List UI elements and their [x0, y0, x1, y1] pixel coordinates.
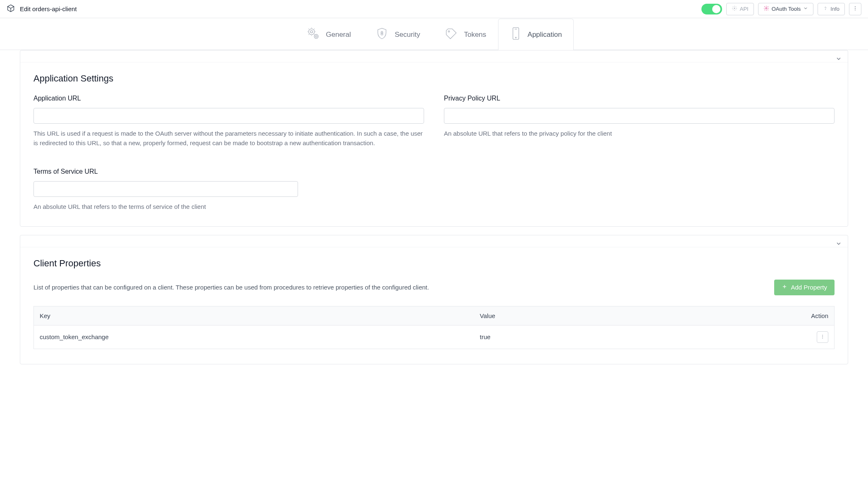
- top-header: Edit orders-api-client API OAuth Tools I…: [0, 0, 868, 18]
- api-icon: [732, 5, 737, 12]
- cell-value: true: [474, 325, 738, 349]
- plus-icon: [782, 284, 787, 291]
- panel-body: Client Properties List of properties tha…: [20, 247, 848, 364]
- tab-tokens[interactable]: Tokens: [432, 19, 498, 50]
- svg-point-2: [825, 10, 826, 10]
- input-privacy-url[interactable]: [444, 108, 835, 124]
- tab-application-label: Application: [527, 31, 562, 39]
- cell-action: [738, 325, 834, 349]
- svg-rect-11: [381, 33, 383, 35]
- svg-point-10: [381, 31, 383, 33]
- field-tos-url: Terms of Service URL An absolute URL tha…: [33, 168, 298, 211]
- svg-point-1: [765, 7, 767, 9]
- tabs-bar: General Security Tokens Ap: [0, 18, 868, 50]
- api-button[interactable]: API: [726, 3, 754, 15]
- svg-point-0: [734, 8, 735, 9]
- page-title: Edit orders-api-client: [20, 5, 77, 12]
- client-props-description: List of properties that can be configure…: [33, 284, 429, 291]
- table-header-row: Key Value Action: [34, 306, 835, 325]
- more-actions-button[interactable]: [849, 3, 861, 15]
- label-tos-url: Terms of Service URL: [33, 168, 298, 175]
- help-application-url: This URL is used if a request is made to…: [33, 129, 424, 148]
- svg-point-7: [308, 29, 314, 35]
- question-icon: [823, 6, 828, 12]
- field-privacy-url: Privacy Policy URL An absolute URL that …: [444, 95, 835, 160]
- input-application-url[interactable]: [33, 108, 424, 124]
- svg-point-5: [855, 10, 856, 10]
- svg-point-4: [855, 8, 856, 9]
- chevron-down-icon: [835, 57, 842, 63]
- tab-security-label: Security: [395, 31, 420, 39]
- svg-point-12: [448, 31, 450, 32]
- panel-collapse-toggle[interactable]: [834, 239, 844, 250]
- kebab-icon: [820, 333, 825, 340]
- help-privacy-url: An absolute URL that refers to the priva…: [444, 129, 835, 138]
- svg-point-18: [822, 335, 823, 336]
- enable-toggle[interactable]: [701, 4, 722, 14]
- tab-security[interactable]: Security: [363, 19, 432, 50]
- row-actions-button[interactable]: [817, 331, 828, 343]
- add-property-button[interactable]: Add Property: [774, 280, 835, 295]
- field-application-url: Application URL This URL is used if a re…: [33, 95, 424, 148]
- shield-icon: [375, 26, 389, 43]
- svg-point-20: [822, 338, 823, 339]
- tab-application[interactable]: Application: [498, 19, 574, 50]
- gears-icon: [306, 26, 320, 43]
- cell-key: custom_token_exchange: [34, 325, 474, 349]
- svg-point-9: [314, 34, 318, 38]
- input-tos-url[interactable]: [33, 181, 298, 197]
- client-properties-panel: Client Properties List of properties tha…: [20, 235, 848, 364]
- app-settings-grid: Application URL This URL is used if a re…: [33, 95, 835, 160]
- toggle-knob: [712, 5, 720, 13]
- panel-collapse-toggle[interactable]: [834, 54, 844, 65]
- tab-general-label: General: [326, 31, 351, 39]
- tab-general[interactable]: General: [294, 19, 363, 50]
- api-button-label: API: [740, 6, 749, 12]
- info-button-label: Info: [830, 6, 839, 12]
- device-icon: [510, 26, 522, 43]
- tag-icon: [444, 26, 458, 43]
- gear-icon: [763, 5, 769, 12]
- svg-point-3: [855, 6, 856, 7]
- main-content: Application Settings Application URL Thi…: [0, 50, 868, 381]
- svg-point-8: [315, 36, 317, 37]
- svg-point-14: [515, 37, 516, 38]
- section-title-app-settings: Application Settings: [33, 73, 835, 84]
- label-application-url: Application URL: [33, 95, 424, 102]
- add-property-label: Add Property: [791, 284, 827, 291]
- kebab-icon: [852, 5, 858, 12]
- package-icon: [7, 4, 15, 14]
- chevron-down-icon: [803, 6, 808, 12]
- panel-header-strip: [20, 235, 848, 247]
- col-value: Value: [474, 306, 738, 325]
- application-settings-panel: Application Settings Application URL Thi…: [20, 50, 848, 227]
- info-button[interactable]: Info: [818, 3, 845, 15]
- header-left: Edit orders-api-client: [7, 4, 77, 14]
- client-props-table: Key Value Action custom_token_exchangetr…: [33, 306, 835, 349]
- table-row: custom_token_exchangetrue: [34, 325, 835, 349]
- svg-point-6: [310, 31, 312, 33]
- header-right: API OAuth Tools Info: [701, 3, 861, 15]
- help-tos-url: An absolute URL that refers to the terms…: [33, 202, 298, 211]
- label-privacy-url: Privacy Policy URL: [444, 95, 835, 102]
- chevron-down-icon: [835, 242, 842, 248]
- tab-tokens-label: Tokens: [464, 31, 486, 39]
- col-action: Action: [738, 306, 834, 325]
- col-key: Key: [34, 306, 474, 325]
- svg-rect-13: [513, 28, 519, 39]
- panel-header-strip: [20, 50, 848, 62]
- oauth-tools-button[interactable]: OAuth Tools: [758, 3, 814, 15]
- oauth-tools-label: OAuth Tools: [772, 6, 801, 12]
- panel-body: Application Settings Application URL Thi…: [20, 62, 848, 226]
- svg-point-19: [822, 336, 823, 337]
- section-title-client-props: Client Properties: [33, 258, 835, 269]
- client-props-header-row: List of properties that can be configure…: [33, 280, 835, 295]
